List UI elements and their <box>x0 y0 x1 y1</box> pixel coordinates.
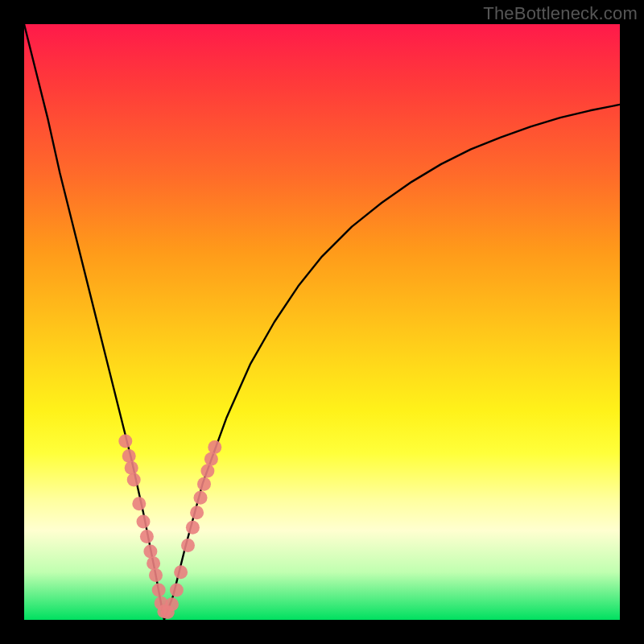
bead-point <box>161 605 175 619</box>
bead-point <box>132 497 146 510</box>
plot-area <box>24 24 620 620</box>
bead-point <box>174 565 188 579</box>
bead-point <box>137 514 151 528</box>
bead-point <box>127 473 141 487</box>
bead-point <box>190 506 204 519</box>
chart-svg <box>24 24 620 620</box>
bead-point <box>200 464 214 478</box>
bead-point <box>118 435 132 448</box>
bottleneck-curve <box>24 24 620 620</box>
bead-cluster <box>118 435 221 619</box>
bead-point <box>197 477 211 491</box>
bead-point <box>140 530 154 543</box>
bead-point <box>147 556 160 570</box>
bead-point <box>181 539 195 552</box>
bead-point <box>204 452 218 466</box>
bead-point <box>186 521 200 535</box>
bead-point <box>208 440 221 454</box>
bead-point <box>149 568 163 582</box>
bead-point <box>194 491 208 505</box>
watermark-text: TheBottleneck.com <box>483 3 638 24</box>
bead-point <box>143 544 157 558</box>
bead-point <box>155 597 168 610</box>
bead-point <box>122 449 136 463</box>
bead-point <box>157 605 171 618</box>
bead-point <box>170 584 184 597</box>
bead-point <box>152 584 166 597</box>
bead-point <box>125 461 138 475</box>
bead-point <box>165 597 179 611</box>
